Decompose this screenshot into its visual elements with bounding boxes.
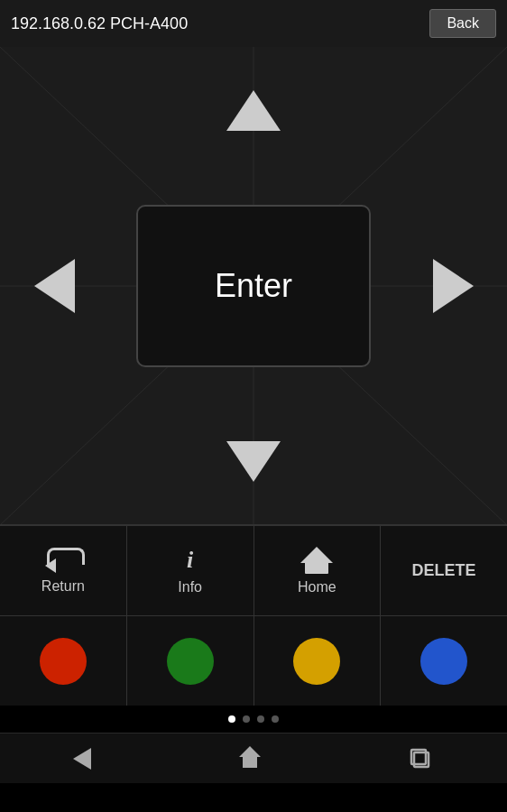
delete-label: DELETE	[412, 561, 476, 580]
dot-1	[228, 715, 235, 723]
pagination-dots	[0, 706, 507, 733]
nav-home-icon	[237, 744, 263, 770]
enter-button[interactable]: Enter	[136, 205, 371, 367]
android-nav-bar	[0, 733, 507, 783]
home-label: Home	[298, 579, 336, 595]
controls-row-1: Return i Info Home DELETE	[0, 525, 507, 615]
blue-circle-icon	[420, 638, 467, 685]
controls-row-2	[0, 615, 507, 706]
back-button[interactable]: Back	[429, 9, 496, 38]
up-arrow-icon	[226, 90, 281, 131]
nav-home-button[interactable]	[237, 744, 263, 773]
home-icon	[302, 547, 331, 574]
left-arrow-icon	[34, 259, 75, 313]
delete-button[interactable]: DELETE	[381, 526, 507, 615]
blue-button[interactable]	[381, 616, 507, 706]
down-arrow-icon	[226, 441, 281, 482]
nav-back-button[interactable]	[73, 748, 91, 770]
dpad-area: Enter	[0, 47, 507, 525]
red-circle-icon	[40, 638, 87, 685]
yellow-circle-icon	[293, 638, 340, 685]
green-circle-icon	[167, 638, 214, 685]
info-label: Info	[178, 579, 202, 595]
nav-recent-button[interactable]	[409, 744, 434, 773]
dpad-left-button[interactable]	[18, 241, 90, 331]
dpad-down-button[interactable]	[208, 425, 299, 497]
info-icon: i	[187, 547, 193, 574]
svg-marker-4	[239, 746, 261, 768]
nav-back-icon	[73, 748, 91, 770]
dot-3	[257, 715, 264, 723]
return-icon	[45, 548, 81, 573]
return-button[interactable]: Return	[0, 526, 127, 615]
nav-recent-icon	[409, 744, 434, 770]
info-button[interactable]: i Info	[127, 526, 254, 615]
home-button[interactable]: Home	[254, 526, 382, 615]
green-button[interactable]	[127, 616, 254, 706]
header: 192.168.0.62 PCH-A400 Back	[0, 0, 507, 47]
right-arrow-icon	[433, 259, 474, 313]
dot-2	[243, 715, 250, 723]
dpad-up-button[interactable]	[208, 74, 299, 146]
dot-4	[272, 715, 279, 723]
dpad-right-button[interactable]	[417, 241, 489, 331]
yellow-button[interactable]	[254, 616, 382, 706]
red-button[interactable]	[0, 616, 127, 706]
return-label: Return	[41, 578, 85, 595]
device-title: 192.168.0.62 PCH-A400	[11, 14, 188, 33]
